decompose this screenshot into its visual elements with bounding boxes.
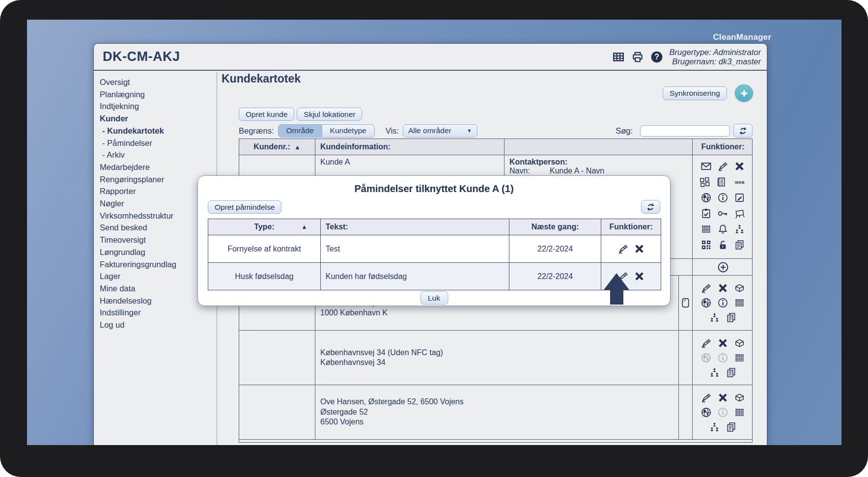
qr-icon[interactable] <box>700 239 712 251</box>
area-select[interactable]: Alle områder ▼ <box>403 124 477 138</box>
org-icon[interactable] <box>709 367 720 378</box>
globe-icon[interactable] <box>700 407 712 418</box>
location-address: Ove Hansen, Østergade 52, 6500 VojensØst… <box>315 385 679 439</box>
window-title: DK-CM-AKJ <box>103 49 180 64</box>
org-icon[interactable] <box>709 421 720 433</box>
column-header-customer-number[interactable]: Kundenr.: ▲ <box>239 139 315 155</box>
catalog-icon[interactable] <box>716 176 727 188</box>
globe-icon[interactable] <box>700 192 712 203</box>
box-icon[interactable] <box>734 392 745 403</box>
edit-icon[interactable] <box>717 161 728 172</box>
search-input[interactable] <box>640 125 730 137</box>
note-icon[interactable] <box>734 192 745 203</box>
delete-icon[interactable] <box>734 161 745 172</box>
info-icon[interactable] <box>717 407 728 418</box>
schedule-icon[interactable] <box>734 297 745 309</box>
filter-segments: Område Kundetype <box>278 124 375 138</box>
add-location-icon[interactable] <box>717 261 729 274</box>
lock-icon[interactable] <box>717 239 728 251</box>
sidebar-item[interactable]: Indtjekning <box>100 100 217 112</box>
plus-icon <box>739 88 750 99</box>
documents-icon[interactable] <box>726 367 737 378</box>
toolbar-primary: Opret kunde Skjul lokationer <box>239 108 362 121</box>
email-icon[interactable] <box>700 161 712 172</box>
empty-cell <box>239 385 315 439</box>
delete-icon[interactable] <box>717 392 728 403</box>
reminders-table-header: Type: ▲ Tekst: Næste gang: Funktioner: <box>208 219 661 235</box>
sidebar-item[interactable]: Planlægning <box>100 88 217 101</box>
delete-icon[interactable] <box>634 243 645 254</box>
products-icon[interactable] <box>699 176 710 188</box>
brand-logo: CleanManager <box>713 32 771 42</box>
contact-name-value: Kunde A - Navn <box>550 167 604 175</box>
sidebar-item[interactable]: Indstillinger <box>100 307 217 319</box>
org-icon[interactable] <box>709 312 720 323</box>
close-modal-button[interactable]: Luk <box>420 291 448 305</box>
hide-locations-button[interactable]: Skjul lokationer <box>297 108 362 121</box>
table-view-icon[interactable] <box>612 51 625 63</box>
org-icon[interactable] <box>734 224 745 235</box>
add-button[interactable] <box>735 84 753 102</box>
tablet-icon[interactable] <box>680 297 691 309</box>
delete-icon[interactable] <box>717 282 728 294</box>
delete-icon[interactable] <box>717 337 728 349</box>
area-select-value: Alle områder <box>408 126 451 135</box>
contact-name-label: Navn: <box>509 167 550 175</box>
location-row: Københavnsvej 34 (Uden NFC tag)København… <box>239 331 752 385</box>
globe-icon[interactable] <box>700 352 712 364</box>
column-header-empty <box>504 139 693 155</box>
sidebar-item[interactable]: Oversigt <box>100 76 217 88</box>
column-header-functions: Funktioner: <box>601 219 661 235</box>
sidebar-item[interactable]: Kunder <box>100 112 217 125</box>
alarm-icon[interactable] <box>717 224 728 235</box>
filter-area-button[interactable]: Område <box>278 124 322 138</box>
sidebar-item[interactable]: - Påmindelser <box>100 137 217 149</box>
window-header: DK-CM-AKJ Brugertype: Administrator Brug… <box>94 44 767 71</box>
synchronization-button[interactable]: Synkronisering <box>663 86 727 100</box>
documents-icon[interactable] <box>734 239 745 251</box>
board-icon[interactable] <box>734 208 745 219</box>
info-icon[interactable] <box>717 192 728 203</box>
sidebar-item[interactable]: - Kundekartotek <box>100 125 217 137</box>
edit-icon[interactable] <box>617 271 629 282</box>
globe-icon[interactable] <box>700 297 712 309</box>
sidebar-item[interactable]: Medarbejdere <box>100 161 217 173</box>
web-icon[interactable] <box>732 176 747 188</box>
delete-icon[interactable] <box>634 271 645 282</box>
documents-icon[interactable] <box>726 421 737 433</box>
sidebar-item[interactable]: - Arkiv <box>100 149 217 161</box>
location-address: Københavnsvej 34 (Uden NFC tag)København… <box>315 331 679 385</box>
info-icon[interactable] <box>717 297 728 309</box>
sidebar-item[interactable]: Log ud <box>100 319 217 331</box>
create-customer-button[interactable]: Opret kunde <box>239 108 294 121</box>
key-icon[interactable] <box>717 208 728 219</box>
box-icon[interactable] <box>734 337 745 349</box>
contact-heading: Kontaktperson: <box>509 158 687 167</box>
edit-icon[interactable] <box>700 282 712 294</box>
edit-icon[interactable] <box>617 243 629 254</box>
column-header-type[interactable]: Type: ▲ <box>208 219 321 235</box>
clipped-row <box>239 440 752 442</box>
filter-customertype-button[interactable]: Kundetype <box>322 124 375 138</box>
device-cell <box>679 385 693 439</box>
box-icon[interactable] <box>734 282 745 294</box>
modal-refresh-button[interactable] <box>641 200 660 214</box>
print-icon[interactable] <box>631 51 644 63</box>
help-icon[interactable] <box>650 51 663 63</box>
edit-icon[interactable] <box>700 392 712 403</box>
user-info: Brugertype: Administrator Brugernavn: dk… <box>670 48 761 66</box>
reminder-type: Husk fødselsdag <box>208 263 321 290</box>
edit-icon[interactable] <box>700 337 712 349</box>
documents-icon[interactable] <box>726 312 737 323</box>
info-icon[interactable] <box>717 352 728 364</box>
refresh-button[interactable] <box>733 124 753 138</box>
schedule-icon[interactable] <box>734 407 745 418</box>
schedule-icon[interactable] <box>734 352 745 364</box>
schedule-icon[interactable] <box>700 224 712 235</box>
reminders-table: Type: ▲ Tekst: Næste gang: Funktioner: F… <box>208 219 661 290</box>
reminder-next-date: 22/2-2024 <box>509 263 601 290</box>
create-reminder-button[interactable]: Opret påmindelse <box>208 200 281 214</box>
tasks-icon[interactable] <box>700 208 712 219</box>
reminder-type: Fornyelse af kontrakt <box>208 235 321 263</box>
empty-cell <box>239 440 753 445</box>
